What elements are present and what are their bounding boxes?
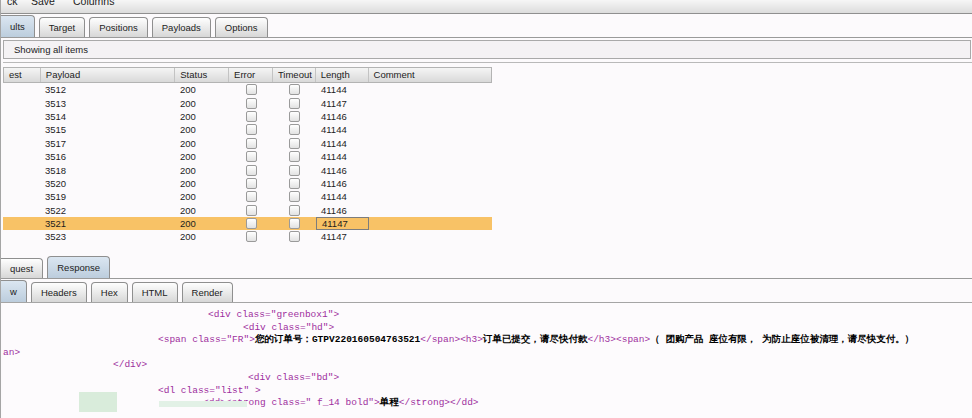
timeout-checkbox[interactable]: [289, 151, 300, 162]
cell-length: 41147: [316, 217, 369, 230]
error-checkbox[interactable]: [246, 84, 257, 95]
cell-error: [229, 97, 273, 110]
table-row[interactable]: 3516 200 41144: [3, 150, 492, 163]
cell-length: 41147: [316, 97, 369, 110]
tab-html[interactable]: HTML: [132, 282, 178, 302]
timeout-checkbox[interactable]: [289, 111, 300, 122]
cell-payload: 3518: [40, 164, 175, 177]
table-header: est Payload Status Error Timeout Length …: [3, 67, 492, 83]
col-header-comment[interactable]: Comment: [369, 68, 491, 82]
error-checkbox[interactable]: [246, 165, 257, 176]
cell-timeout: [273, 164, 316, 177]
tab-target[interactable]: Target: [39, 17, 85, 37]
cell-request: [3, 164, 40, 177]
tab-raw[interactable]: w: [1, 280, 27, 302]
cell-payload: 3515: [40, 123, 175, 136]
cell-timeout: [273, 190, 316, 203]
cell-request: [3, 217, 40, 230]
cell-error: [229, 217, 273, 230]
cell-error: [229, 204, 273, 217]
menu-columns[interactable]: Columns: [73, 0, 114, 7]
cell-length: 41146: [316, 177, 369, 190]
menu-save[interactable]: Save: [31, 0, 55, 7]
col-header-error[interactable]: Error: [229, 68, 273, 82]
cell-request: [3, 177, 40, 190]
code-line: <div class="hd">: [3, 322, 972, 335]
timeout-checkbox[interactable]: [289, 191, 300, 202]
table-row[interactable]: 3521 200 41147: [3, 217, 492, 230]
tab-response[interactable]: Response: [47, 256, 110, 278]
tab-options[interactable]: Options: [215, 17, 268, 37]
timeout-checkbox[interactable]: [289, 205, 300, 216]
cell-comment: [369, 97, 492, 110]
table-row[interactable]: 3523 200 41147: [3, 230, 492, 243]
cell-length: 41146: [316, 164, 369, 177]
col-header-payload[interactable]: Payload: [41, 68, 175, 82]
error-checkbox[interactable]: [246, 205, 257, 216]
code-line: <dl class="list" >: [3, 385, 972, 398]
table-row[interactable]: 3515 200 41144: [3, 123, 492, 136]
timeout-checkbox[interactable]: [289, 138, 300, 149]
table-row[interactable]: 3513 200 41147: [3, 96, 492, 109]
cell-status: 200: [175, 97, 229, 110]
timeout-checkbox[interactable]: [289, 98, 300, 109]
tab-payloads[interactable]: Payloads: [152, 17, 211, 37]
cell-error: [229, 137, 273, 150]
table-row[interactable]: 3520 200 41146: [3, 177, 492, 190]
table-row[interactable]: 3517 200 41144: [3, 137, 492, 150]
cell-status: 200: [175, 83, 229, 96]
error-checkbox[interactable]: [246, 191, 257, 202]
code-text-segment: 您的订单号：GTPV220160504763521: [255, 334, 420, 345]
col-header-length[interactable]: Length: [316, 68, 369, 82]
timeout-checkbox[interactable]: [289, 84, 300, 95]
tab-render[interactable]: Render: [182, 282, 233, 302]
timeout-checkbox[interactable]: [289, 165, 300, 176]
code-tag-segment: <dl class="list" >: [158, 385, 261, 396]
error-checkbox[interactable]: [246, 138, 257, 149]
table-row[interactable]: 3514 200 41146: [3, 110, 492, 123]
table-row[interactable]: 3519 200 41144: [3, 190, 492, 203]
error-checkbox[interactable]: [246, 231, 257, 242]
tab-request[interactable]: quest: [1, 258, 43, 278]
code-line: </div>: [3, 359, 972, 372]
cell-payload: 3514: [40, 110, 175, 123]
cell-length: 41144: [316, 123, 369, 136]
timeout-checkbox[interactable]: [289, 124, 300, 135]
error-checkbox[interactable]: [246, 151, 257, 162]
cell-timeout: [273, 177, 316, 190]
code-text-segment: （ 团购产品 座位有限， 为防止座位被清理，请尽快支付。）: [650, 334, 914, 345]
tab-results[interactable]: ults: [1, 15, 35, 37]
error-checkbox[interactable]: [246, 218, 257, 229]
cell-status: 200: [175, 110, 229, 123]
error-checkbox[interactable]: [246, 178, 257, 189]
code-tag-segment: an>: [3, 347, 20, 358]
menu-attack[interactable]: ck: [7, 0, 18, 7]
cell-comment: [369, 190, 492, 203]
filter-bar[interactable]: Showing all items: [3, 40, 971, 59]
cell-request: [3, 150, 40, 163]
timeout-checkbox[interactable]: [289, 178, 300, 189]
table-row[interactable]: 3518 200 41146: [3, 163, 492, 176]
tab-headers[interactable]: Headers: [31, 282, 87, 302]
table-row[interactable]: 3522 200 41146: [3, 204, 492, 217]
error-checkbox[interactable]: [246, 124, 257, 135]
cell-status: 200: [175, 164, 229, 177]
cell-error: [229, 110, 273, 123]
error-checkbox[interactable]: [246, 98, 257, 109]
timeout-checkbox[interactable]: [289, 231, 300, 242]
cell-status: 200: [175, 217, 229, 230]
table-row[interactable]: 3512 200 41144: [3, 83, 492, 96]
cell-comment: [369, 204, 492, 217]
timeout-checkbox[interactable]: [289, 218, 300, 229]
error-checkbox[interactable]: [246, 111, 257, 122]
col-header-timeout[interactable]: Timeout: [273, 68, 316, 82]
code-tag-segment: <div class="greenbox1">: [208, 309, 339, 320]
message-tab-bar: quest Response: [1, 256, 972, 279]
col-header-request[interactable]: est: [4, 68, 41, 82]
cell-length: 41147: [316, 230, 369, 243]
cell-payload: 3512: [40, 83, 175, 96]
tab-hex[interactable]: Hex: [91, 282, 128, 302]
tab-positions[interactable]: Positions: [89, 17, 148, 37]
cell-comment: [369, 83, 492, 96]
col-header-status[interactable]: Status: [175, 68, 229, 82]
